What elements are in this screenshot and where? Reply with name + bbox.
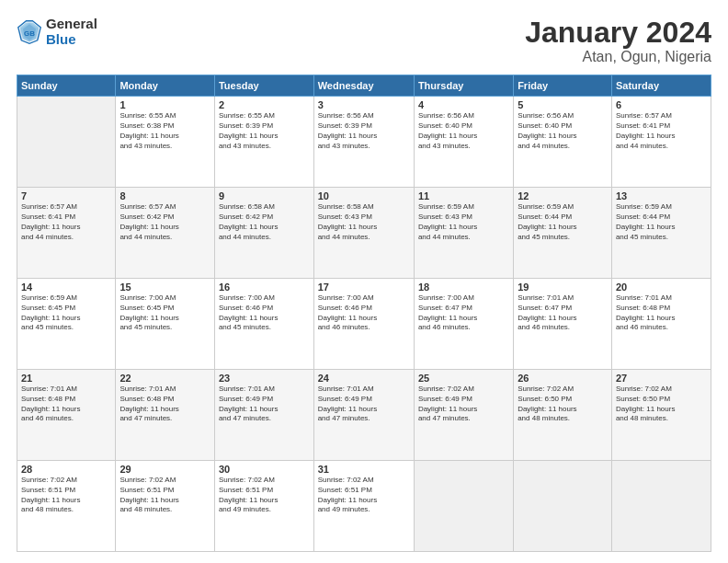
col-saturday: Saturday xyxy=(611,75,711,97)
day-info: Sunrise: 7:02 AM Sunset: 6:49 PM Dayligh… xyxy=(418,385,509,424)
day-info: Sunrise: 7:00 AM Sunset: 6:46 PM Dayligh… xyxy=(219,293,310,333)
day-number: 24 xyxy=(318,373,410,384)
day-info: Sunrise: 7:02 AM Sunset: 6:51 PM Dayligh… xyxy=(318,476,410,515)
logo-icon: GB xyxy=(17,19,42,45)
day-info: Sunrise: 6:59 AM Sunset: 6:44 PM Dayligh… xyxy=(616,202,707,242)
day-info: Sunrise: 7:01 AM Sunset: 6:47 PM Dayligh… xyxy=(518,293,608,333)
day-number: 9 xyxy=(219,190,310,201)
logo-blue-text: Blue xyxy=(46,32,97,48)
calendar-cell: 5Sunrise: 6:56 AM Sunset: 6:40 PM Daylig… xyxy=(514,97,612,188)
day-info: Sunrise: 6:55 AM Sunset: 6:39 PM Dayligh… xyxy=(219,111,310,151)
calendar-cell: 2Sunrise: 6:55 AM Sunset: 6:39 PM Daylig… xyxy=(214,97,313,188)
day-number: 31 xyxy=(318,464,410,475)
day-number: 5 xyxy=(518,99,608,110)
day-number: 13 xyxy=(616,190,707,201)
col-friday: Friday xyxy=(514,75,612,97)
day-number: 6 xyxy=(616,99,707,110)
calendar-cell: 15Sunrise: 7:00 AM Sunset: 6:45 PM Dayli… xyxy=(116,279,215,370)
day-info: Sunrise: 7:00 AM Sunset: 6:46 PM Dayligh… xyxy=(318,293,410,333)
calendar-cell: 3Sunrise: 6:56 AM Sunset: 6:39 PM Daylig… xyxy=(313,97,414,188)
day-info: Sunrise: 7:00 AM Sunset: 6:45 PM Dayligh… xyxy=(119,293,210,333)
day-number: 14 xyxy=(21,282,111,293)
day-number: 26 xyxy=(518,373,608,384)
calendar-cell: 23Sunrise: 7:01 AM Sunset: 6:49 PM Dayli… xyxy=(214,370,313,461)
day-info: Sunrise: 6:58 AM Sunset: 6:42 PM Dayligh… xyxy=(219,202,310,242)
day-info: Sunrise: 7:02 AM Sunset: 6:50 PM Dayligh… xyxy=(518,385,608,424)
day-info: Sunrise: 7:01 AM Sunset: 6:49 PM Dayligh… xyxy=(318,385,410,424)
day-number: 8 xyxy=(119,190,210,201)
day-info: Sunrise: 6:57 AM Sunset: 6:41 PM Dayligh… xyxy=(21,202,111,242)
calendar-cell: 20Sunrise: 7:01 AM Sunset: 6:48 PM Dayli… xyxy=(611,279,711,370)
calendar-table: Sunday Monday Tuesday Wednesday Thursday… xyxy=(17,75,711,552)
day-info: Sunrise: 7:02 AM Sunset: 6:51 PM Dayligh… xyxy=(21,476,111,515)
calendar-cell: 25Sunrise: 7:02 AM Sunset: 6:49 PM Dayli… xyxy=(414,370,513,461)
day-number: 20 xyxy=(616,282,707,293)
day-info: Sunrise: 6:55 AM Sunset: 6:38 PM Dayligh… xyxy=(119,111,210,151)
col-sunday: Sunday xyxy=(17,75,116,97)
col-wednesday: Wednesday xyxy=(313,75,414,97)
calendar-cell: 7Sunrise: 6:57 AM Sunset: 6:41 PM Daylig… xyxy=(17,188,116,279)
day-number: 28 xyxy=(21,464,111,475)
calendar-cell: 27Sunrise: 7:02 AM Sunset: 6:50 PM Dayli… xyxy=(611,370,711,461)
day-number: 23 xyxy=(219,373,310,384)
day-number: 12 xyxy=(518,190,608,201)
day-number: 3 xyxy=(318,99,410,110)
page: GB General Blue January 2024 Atan, Ogun,… xyxy=(0,0,728,563)
calendar-cell: 19Sunrise: 7:01 AM Sunset: 6:47 PM Dayli… xyxy=(514,279,612,370)
day-number: 7 xyxy=(21,190,111,201)
logo-text: General Blue xyxy=(46,17,97,47)
calendar-cell: 1Sunrise: 6:55 AM Sunset: 6:38 PM Daylig… xyxy=(116,97,215,188)
calendar-body: 1Sunrise: 6:55 AM Sunset: 6:38 PM Daylig… xyxy=(17,97,711,552)
day-info: Sunrise: 7:01 AM Sunset: 6:48 PM Dayligh… xyxy=(21,385,111,424)
calendar-cell: 16Sunrise: 7:00 AM Sunset: 6:46 PM Dayli… xyxy=(214,279,313,370)
calendar-cell: 13Sunrise: 6:59 AM Sunset: 6:44 PM Dayli… xyxy=(611,188,711,279)
calendar-cell: 21Sunrise: 7:01 AM Sunset: 6:48 PM Dayli… xyxy=(17,370,116,461)
calendar-cell: 22Sunrise: 7:01 AM Sunset: 6:48 PM Dayli… xyxy=(116,370,215,461)
calendar-cell: 8Sunrise: 6:57 AM Sunset: 6:42 PM Daylig… xyxy=(116,188,215,279)
day-info: Sunrise: 6:58 AM Sunset: 6:43 PM Dayligh… xyxy=(318,202,410,242)
svg-text:GB: GB xyxy=(24,29,35,37)
day-number: 19 xyxy=(518,282,608,293)
day-info: Sunrise: 6:56 AM Sunset: 6:39 PM Dayligh… xyxy=(318,111,410,151)
day-info: Sunrise: 6:57 AM Sunset: 6:41 PM Dayligh… xyxy=(616,111,707,151)
day-info: Sunrise: 7:02 AM Sunset: 6:51 PM Dayligh… xyxy=(119,476,210,515)
day-number: 27 xyxy=(616,373,707,384)
calendar-cell: 12Sunrise: 6:59 AM Sunset: 6:44 PM Dayli… xyxy=(514,188,612,279)
calendar-week-4: 21Sunrise: 7:01 AM Sunset: 6:48 PM Dayli… xyxy=(17,370,711,461)
day-info: Sunrise: 6:57 AM Sunset: 6:42 PM Dayligh… xyxy=(119,202,210,242)
day-number: 22 xyxy=(119,373,210,384)
calendar-title: January 2024 xyxy=(525,17,711,49)
header-row: Sunday Monday Tuesday Wednesday Thursday… xyxy=(17,75,711,97)
day-info: Sunrise: 7:01 AM Sunset: 6:48 PM Dayligh… xyxy=(119,385,210,424)
day-number: 29 xyxy=(119,464,210,475)
day-number: 17 xyxy=(318,282,410,293)
col-thursday: Thursday xyxy=(414,75,513,97)
day-number: 16 xyxy=(219,282,310,293)
day-info: Sunrise: 7:00 AM Sunset: 6:47 PM Dayligh… xyxy=(418,293,509,333)
title-block: January 2024 Atan, Ogun, Nigeria xyxy=(525,17,711,65)
day-number: 4 xyxy=(418,99,509,110)
calendar-cell: 10Sunrise: 6:58 AM Sunset: 6:43 PM Dayli… xyxy=(313,188,414,279)
calendar-cell: 9Sunrise: 6:58 AM Sunset: 6:42 PM Daylig… xyxy=(214,188,313,279)
calendar-cell: 4Sunrise: 6:56 AM Sunset: 6:40 PM Daylig… xyxy=(414,97,513,188)
logo-general-text: General xyxy=(46,17,97,32)
calendar-cell: 31Sunrise: 7:02 AM Sunset: 6:51 PM Dayli… xyxy=(313,461,414,552)
calendar-cell xyxy=(17,97,116,188)
calendar-week-2: 7Sunrise: 6:57 AM Sunset: 6:41 PM Daylig… xyxy=(17,188,711,279)
calendar-cell: 30Sunrise: 7:02 AM Sunset: 6:51 PM Dayli… xyxy=(214,461,313,552)
day-info: Sunrise: 7:01 AM Sunset: 6:48 PM Dayligh… xyxy=(616,293,707,333)
day-info: Sunrise: 7:02 AM Sunset: 6:51 PM Dayligh… xyxy=(219,476,310,515)
day-info: Sunrise: 6:59 AM Sunset: 6:43 PM Dayligh… xyxy=(418,202,509,242)
day-number: 2 xyxy=(219,99,310,110)
calendar-cell xyxy=(514,461,612,552)
day-info: Sunrise: 6:59 AM Sunset: 6:44 PM Dayligh… xyxy=(518,202,608,242)
day-info: Sunrise: 6:56 AM Sunset: 6:40 PM Dayligh… xyxy=(518,111,608,151)
calendar-cell xyxy=(611,461,711,552)
col-monday: Monday xyxy=(116,75,215,97)
calendar-cell: 24Sunrise: 7:01 AM Sunset: 6:49 PM Dayli… xyxy=(313,370,414,461)
day-number: 1 xyxy=(119,99,210,110)
col-tuesday: Tuesday xyxy=(214,75,313,97)
calendar-header: Sunday Monday Tuesday Wednesday Thursday… xyxy=(17,75,711,97)
day-number: 18 xyxy=(418,282,509,293)
day-info: Sunrise: 7:02 AM Sunset: 6:50 PM Dayligh… xyxy=(616,385,707,424)
